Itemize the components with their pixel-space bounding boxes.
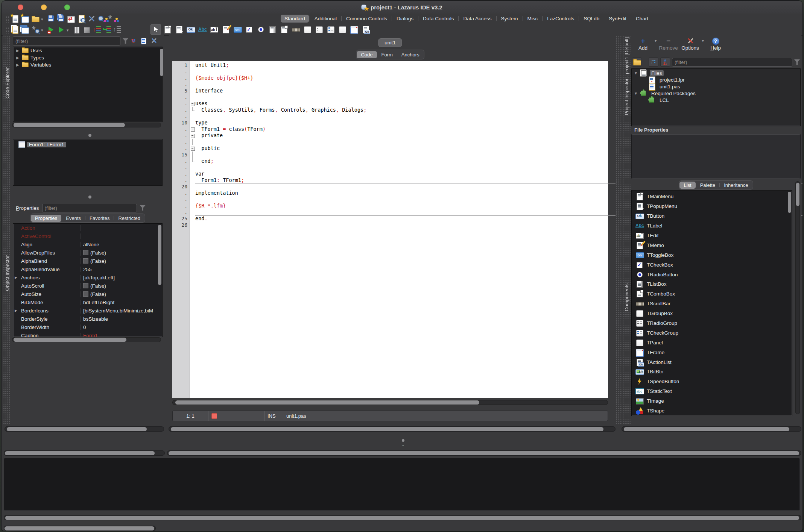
messages-hscrollbar[interactable] — [4, 515, 801, 520]
code-explorer-page-icon[interactable] — [140, 38, 148, 44]
component-item-ttogglebox[interactable]: onTToggleBox — [635, 250, 792, 260]
property-value[interactable]: (False) — [81, 283, 162, 289]
palette-tpopupmenu-button[interactable] — [174, 24, 184, 35]
pause-icon[interactable] — [72, 25, 81, 34]
palette-tbutton-button[interactable]: Ok — [185, 24, 196, 35]
property-value[interactable]: (False) — [81, 258, 162, 264]
messages-panel[interactable] — [4, 458, 800, 511]
component-item-tframe[interactable]: TFrame — [635, 347, 792, 357]
view-units-icon[interactable] — [77, 14, 86, 23]
property-row-borderstyle[interactable]: BorderStylebsSizeable — [13, 315, 162, 323]
property-row-alphablendvalue[interactable]: AlphaBlendValue255 — [13, 265, 162, 273]
property-row-action[interactable]: Action — [13, 224, 162, 232]
code-explorer-item-uses[interactable]: ▶Uses — [13, 47, 162, 54]
component-item-tradiogroup[interactable]: TRadioGroup — [635, 318, 792, 328]
environment-options-icon[interactable]: * — [107, 14, 117, 23]
palette-tcheckbox-button[interactable]: ✓ — [244, 24, 254, 35]
fold-collapse-icon[interactable] — [191, 134, 195, 138]
property-row-anchors[interactable]: ▶Anchors[akTop,akLeft] — [13, 273, 162, 282]
code-explorer-vscrollbar[interactable] — [160, 48, 164, 120]
code-explorer-filter-input[interactable] — [13, 36, 120, 45]
property-row-bordericons[interactable]: ▶BorderIcons[biSystemMenu,biMinimize,biM — [13, 306, 162, 315]
fold-collapse-icon[interactable] — [191, 127, 195, 132]
palette-tedit-button[interactable]: ab — [209, 24, 219, 35]
component-item-tlistbox[interactable]: TListBox — [635, 279, 792, 289]
code-explorer-hscrollbar[interactable] — [12, 123, 161, 127]
bottom-scrollbar-center[interactable] — [169, 426, 616, 432]
property-grid-vscrollbar[interactable] — [158, 224, 162, 336]
palette-tab-common-controls[interactable]: Common Controls — [342, 15, 391, 23]
component-item-tgroupbox[interactable]: TGroupBox — [635, 309, 792, 318]
run-icon[interactable] — [56, 25, 66, 34]
component-item-tlabel[interactable]: AbcTLabel — [635, 221, 792, 231]
add-button[interactable]: + Add — [633, 36, 653, 51]
property-row-autosize[interactable]: AutoSize(False) — [13, 290, 162, 298]
component-item-tedit[interactable]: abTEdit — [635, 231, 792, 241]
components-tab-list[interactable]: List — [679, 182, 695, 189]
show-forms-icon[interactable] — [21, 25, 30, 34]
chevron-down-icon[interactable]: ▼ — [634, 71, 638, 75]
component-item-tcheckgroup[interactable]: TCheckGroup — [635, 328, 792, 338]
palette-tlistbox-button[interactable] — [267, 24, 278, 35]
splitter-handle[interactable] — [88, 134, 91, 137]
property-grid-hscrollbar[interactable] — [12, 337, 161, 342]
components-tab-inheritance[interactable]: Inheritance — [720, 182, 752, 189]
palette-tab-dialogs[interactable]: Dialogs — [393, 15, 417, 23]
toolbar-grip[interactable] — [6, 26, 9, 34]
remove-button[interactable]: − Remove — [658, 36, 679, 51]
property-row-borderwidth[interactable]: BorderWidth0 — [13, 323, 162, 331]
property-value[interactable]: (False) — [81, 291, 162, 297]
palette-tradiobutton-button[interactable] — [255, 24, 266, 35]
checkbox-icon[interactable] — [83, 283, 88, 288]
components-tab-palette[interactable]: Palette — [696, 182, 719, 189]
fold-collapse-icon[interactable] — [191, 147, 195, 151]
property-value[interactable]: Form1 — [81, 333, 162, 338]
project-tree-item-required-packages[interactable]: ▼Required Packages — [632, 90, 800, 97]
splitter-handle[interactable] — [88, 196, 91, 199]
chevron-down-icon[interactable]: ▼ — [634, 91, 638, 95]
palette-ttogglebox-button[interactable]: on — [232, 24, 243, 35]
chevron-right-icon[interactable]: ▶ — [16, 63, 20, 67]
property-value[interactable]: [akTop,akLeft] — [81, 275, 162, 280]
component-item-tpanel[interactable]: TPanel — [635, 338, 792, 347]
dock-scrollbar-left[interactable] — [4, 450, 165, 456]
expand-arrow-icon[interactable]: ▶ — [13, 273, 19, 282]
component-item-tstatictext[interactable]: abcTStaticText — [635, 386, 792, 396]
palette-tab-system[interactable]: System — [497, 15, 522, 23]
run-without-debugging-icon[interactable] — [46, 25, 56, 34]
step-into-icon[interactable]: ↓ — [92, 25, 102, 34]
editor-tab-code[interactable]: Code — [357, 51, 377, 58]
fold-gutter-cell[interactable] — [190, 100, 195, 107]
palette-tradiogroup-button[interactable] — [314, 24, 324, 35]
property-value[interactable]: (False) — [81, 250, 162, 256]
property-value[interactable]: 0 — [81, 324, 162, 330]
component-item-tscrollbar[interactable]: TScrollBar — [635, 299, 792, 309]
palette-tab-sqldb[interactable]: SQLdb — [580, 15, 603, 23]
bottom-splitter-handle[interactable] — [402, 439, 404, 442]
property-value[interactable]: alNone — [81, 242, 162, 247]
palette-tab-data-access[interactable]: Data Access — [459, 15, 495, 23]
find-in-files-icon[interactable] — [97, 14, 106, 23]
palette-tpanel-button[interactable] — [337, 24, 348, 35]
refresh-icon[interactable]: ↻↺ — [131, 38, 138, 44]
property-row-autoscroll[interactable]: AutoScroll(False) — [13, 282, 162, 290]
checkbox-icon[interactable] — [83, 258, 88, 264]
palette-tab-chart[interactable]: Chart — [632, 15, 652, 23]
ide-tools-icon[interactable] — [87, 14, 96, 23]
property-row-bidimode[interactable]: BiDiModebdLeftToRight — [13, 298, 162, 306]
palette-tframe-button[interactable] — [349, 24, 359, 35]
component-item-timage[interactable]: TImage — [635, 396, 792, 406]
property-value[interactable]: [biSystemMenu,biMinimize,biM — [81, 308, 162, 314]
palette-tcheckgroup-button[interactable] — [325, 24, 336, 35]
project-inspector-filter-input[interactable] — [672, 58, 792, 67]
component-item-tbitbtn[interactable]: OkTBitBtn — [635, 367, 792, 377]
filter-icon[interactable] — [123, 38, 128, 44]
panel-vscrollbar[interactable] — [795, 181, 800, 414]
fold-gutter-cell[interactable] — [190, 145, 195, 152]
component-tree-item-form1[interactable]: Form1: TForm1 — [13, 141, 162, 148]
component-item-tradiobutton[interactable]: TRadioButton — [635, 270, 792, 279]
code-explorer-item-variables[interactable]: ▶Variables — [13, 61, 162, 68]
component-item-tcombobox[interactable]: TComboBox — [635, 289, 792, 299]
property-value[interactable]: bdLeftToRight — [81, 300, 162, 305]
bottom-scrollbar-left[interactable] — [5, 426, 164, 432]
